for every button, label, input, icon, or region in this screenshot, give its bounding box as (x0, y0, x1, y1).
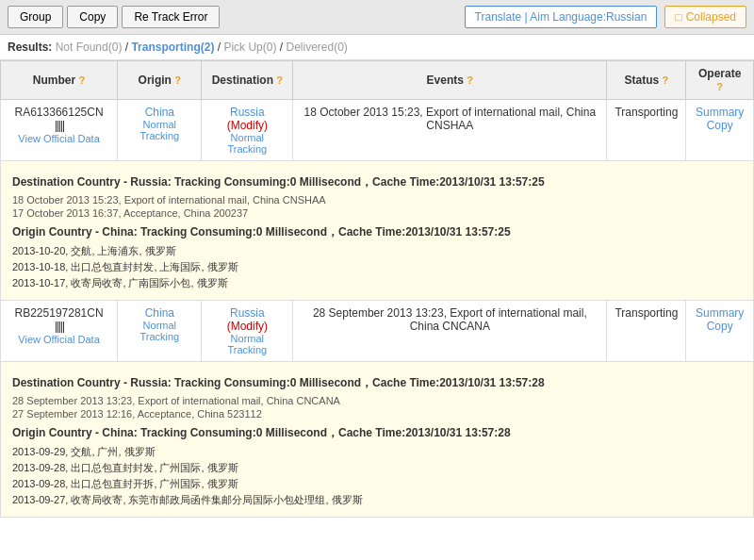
status-cell: Transporting (607, 100, 686, 161)
modify-label[interactable]: (Modify) (227, 119, 268, 132)
operate-cell: Summary Copy (686, 100, 754, 161)
results-bar: Results: Not Found(0) / Transporting(2) … (0, 35, 754, 60)
dest-section-title: Destination Country - Russia: Tracking C… (12, 375, 742, 391)
summary-link[interactable]: Summary (694, 106, 746, 119)
origin-cell: China Normal Tracking (118, 301, 202, 362)
destination-cell: Russia (Modify) Normal Tracking (202, 100, 293, 161)
dest-section-title: Destination Country - Russia: Tracking C… (12, 174, 742, 190)
destination-cell: Russia (Modify) Normal Tracking (202, 301, 293, 362)
dest-event: 17 October 2013 16:37, Acceptance, China… (12, 207, 742, 219)
origin-help-icon: ? (174, 74, 181, 86)
view-official-link[interactable]: View Official Data (18, 334, 99, 345)
origin-section-title: Origin Country - China: Tracking Consumi… (12, 425, 742, 441)
main-table: Number ? Origin ? Destination ? Events ?… (0, 60, 754, 518)
destination-help-icon: ? (276, 74, 283, 86)
origin-event: 2013-10-17, 收寄局收寄, 广南国际小包, 俄罗斯 (12, 276, 742, 290)
origin-cell: China Normal Tracking (118, 100, 202, 161)
events-cell: 18 October 2013 15:23, Export of interna… (293, 100, 607, 161)
copy-link[interactable]: Copy (694, 119, 746, 132)
origin-tracking: Normal Tracking (125, 320, 193, 342)
dest-tracking: Normal Tracking (209, 333, 285, 355)
origin-country: China (125, 306, 193, 320)
detail-row: Destination Country - Russia: Tracking C… (1, 362, 754, 518)
events-help-icon: ? (467, 74, 473, 86)
status-cell: Transporting (607, 301, 686, 362)
table-row: RA613366125CN View Official Data China N… (1, 100, 754, 161)
th-number: Number ? (1, 61, 118, 100)
number-cell: RB225197281CN View Official Data (1, 301, 118, 362)
events-cell: 28 September 2013 13:23, Export of inter… (293, 301, 607, 362)
dest-event: 18 October 2013 15:23, Export of interna… (12, 194, 742, 206)
detail-cell: Destination Country - Russia: Tracking C… (1, 161, 754, 301)
bar-icon (56, 121, 65, 132)
origin-event: 2013-10-20, 交航, 上海浦东, 俄罗斯 (12, 244, 742, 258)
group-button[interactable]: Group (8, 6, 63, 28)
toolbar: Group Copy Re Track Error Translate | Ai… (0, 0, 754, 35)
dest-country: Russia (Modify) (209, 106, 285, 132)
origin-event: 2013-09-28, 出口总包直封开拆, 广州国际, 俄罗斯 (12, 477, 742, 491)
origin-event: 2013-09-27, 收寄局收寄, 东莞市邮政局函件集邮分局国际小包处理组, … (12, 493, 742, 507)
th-origin: Origin ? (118, 61, 202, 100)
operate-cell: Summary Copy (686, 301, 754, 362)
results-label: Results: (8, 41, 52, 54)
detail-row: Destination Country - Russia: Tracking C… (1, 161, 754, 301)
copy-button[interactable]: Copy (67, 6, 118, 28)
dest-event: 28 September 2013 13:23, Export of inter… (12, 395, 742, 406)
collapsed-label: Collapsed (686, 10, 736, 24)
origin-country: China (125, 106, 193, 119)
th-events: Events ? (293, 61, 607, 100)
operate-help-icon: ? (716, 81, 723, 92)
copy-link[interactable]: Copy (694, 320, 746, 333)
detail-cell: Destination Country - Russia: Tracking C… (1, 362, 754, 518)
tracking-number: RB225197281CN (15, 306, 104, 320)
table-row: RB225197281CN View Official Data China N… (1, 301, 754, 362)
retrack-button[interactable]: Re Track Error (122, 6, 220, 28)
translate-button[interactable]: Translate | Aim Language:Russian (465, 6, 658, 28)
th-operate: Operate ? (686, 61, 754, 100)
collapsed-icon: □ (675, 10, 681, 24)
transporting-count[interactable]: Transporting(2) (131, 41, 214, 54)
toolbar-right: Translate | Aim Language:Russian □ Colla… (465, 6, 746, 28)
modify-label[interactable]: (Modify) (227, 320, 268, 333)
view-official-link[interactable]: View Official Data (18, 133, 99, 144)
table-header-row: Number ? Origin ? Destination ? Events ?… (1, 61, 754, 100)
not-found-count[interactable]: Not Found(0) (56, 41, 123, 54)
dest-country: Russia (Modify) (209, 306, 285, 333)
origin-event: 2013-10-18, 出口总包直封封发, 上海国际, 俄罗斯 (12, 260, 742, 274)
toolbar-left: Group Copy Re Track Error (8, 6, 220, 28)
dest-event: 27 September 2013 12:16, Acceptance, Chi… (12, 408, 742, 420)
tracking-number: RA613366125CN (15, 106, 104, 119)
th-destination: Destination ? (202, 61, 293, 100)
pickup-count[interactable]: Pick Up(0) (223, 41, 276, 54)
delivered-count[interactable]: Delivered(0) (286, 41, 347, 54)
origin-event: 2013-09-29, 交航, 广州, 俄罗斯 (12, 445, 742, 459)
origin-section-title: Origin Country - China: Tracking Consumi… (12, 224, 742, 240)
number-help-icon: ? (79, 74, 86, 86)
th-status: Status ? (607, 61, 686, 100)
origin-tracking: Normal Tracking (125, 119, 193, 141)
number-cell: RA613366125CN View Official Data (1, 100, 118, 161)
summary-link[interactable]: Summary (694, 306, 746, 320)
collapsed-button[interactable]: □ Collapsed (664, 6, 746, 28)
bar-icon (56, 321, 65, 333)
status-help-icon: ? (663, 74, 669, 86)
origin-event: 2013-09-28, 出口总包直封封发, 广州国际, 俄罗斯 (12, 461, 742, 475)
dest-tracking: Normal Tracking (209, 132, 285, 155)
